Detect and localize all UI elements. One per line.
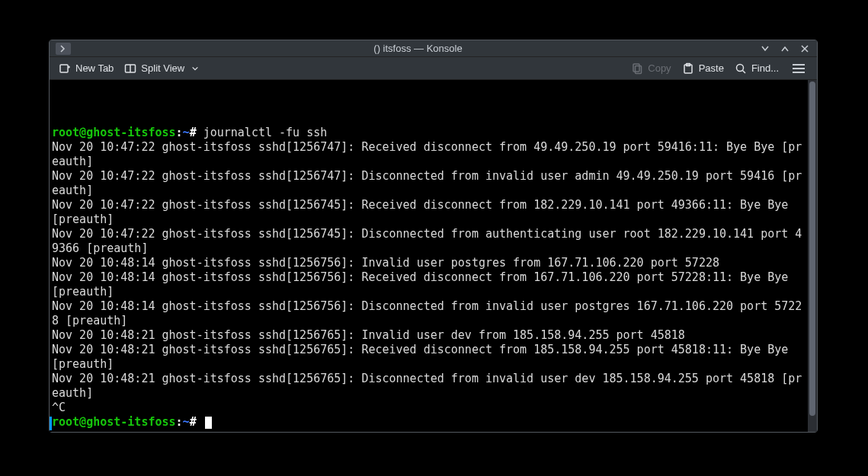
- app-menu-icon[interactable]: [56, 43, 71, 55]
- scrollbar[interactable]: [808, 80, 817, 432]
- hamburger-menu-button[interactable]: [790, 61, 808, 76]
- minimize-button[interactable]: [759, 43, 771, 55]
- terminal-output-line: Nov 20 10:48:21 ghost-itsfoss sshd[12567…: [52, 328, 806, 343]
- terminal-line: root@ghost-itsfoss:~#: [52, 415, 806, 430]
- titlebar[interactable]: () itsfoss — Konsole: [50, 40, 817, 57]
- prompt-path: ~: [183, 126, 190, 139]
- split-view-label: Split View: [141, 62, 184, 74]
- prompt-separator: :: [176, 126, 183, 139]
- terminal-output-line: Nov 20 10:47:22 ghost-itsfoss sshd[12567…: [52, 198, 806, 227]
- chevron-down-icon: [189, 62, 201, 75]
- find-label: Find...: [751, 62, 779, 74]
- split-view-icon: [124, 62, 136, 75]
- terminal-output-line: Nov 20 10:47:22 ghost-itsfoss sshd[12567…: [52, 227, 806, 256]
- paste-button[interactable]: Paste: [682, 62, 724, 75]
- copy-button[interactable]: Copy: [631, 62, 671, 75]
- paste-icon: [682, 62, 694, 75]
- prompt-user-host: root@ghost-itsfoss: [52, 126, 176, 139]
- svg-point-7: [736, 64, 743, 71]
- new-tab-icon: [59, 62, 71, 75]
- svg-line-8: [742, 70, 745, 73]
- svg-rect-0: [60, 65, 68, 72]
- window-controls: [759, 43, 811, 55]
- close-button[interactable]: [799, 43, 811, 55]
- konsole-window: () itsfoss — Konsole New Tab Split View: [49, 40, 818, 433]
- terminal-output-line: Nov 20 10:47:22 ghost-itsfoss sshd[12567…: [52, 140, 806, 169]
- terminal-output-line: Nov 20 10:48:14 ghost-itsfoss sshd[12567…: [52, 270, 806, 299]
- cursor: [205, 417, 212, 429]
- svg-rect-3: [633, 64, 639, 72]
- terminal[interactable]: root@ghost-itsfoss:~# journalctl -fu ssh…: [50, 80, 808, 432]
- split-view-button[interactable]: Split View: [124, 62, 201, 75]
- prompt-path: ~: [183, 415, 190, 429]
- terminal-output-line: Nov 20 10:48:21 ghost-itsfoss sshd[12567…: [52, 343, 806, 372]
- toolbar: New Tab Split View Copy Paste: [50, 57, 817, 80]
- copy-icon: [631, 62, 643, 75]
- paste-label: Paste: [699, 62, 724, 74]
- terminal-output-line: Nov 20 10:47:22 ghost-itsfoss sshd[12567…: [52, 169, 806, 198]
- copy-label: Copy: [648, 62, 671, 74]
- maximize-button[interactable]: [779, 43, 791, 55]
- terminal-line: root@ghost-itsfoss:~# journalctl -fu ssh: [52, 126, 806, 140]
- prompt-separator: :: [176, 415, 183, 429]
- scrollbar-thumb[interactable]: [809, 81, 815, 416]
- session-marker: [50, 417, 52, 430]
- search-icon: [735, 62, 747, 75]
- prompt-sigil: #: [190, 415, 203, 429]
- new-tab-button[interactable]: New Tab: [59, 62, 114, 75]
- window-title: () itsfoss — Konsole: [77, 43, 759, 54]
- prompt-sigil: #: [190, 126, 203, 139]
- terminal-output-line: Nov 20 10:48:14 ghost-itsfoss sshd[12567…: [52, 256, 806, 270]
- new-tab-label: New Tab: [75, 62, 114, 74]
- terminal-output-line: Nov 20 10:48:21 ghost-itsfoss sshd[12567…: [52, 372, 806, 401]
- entered-command: journalctl -fu ssh: [203, 126, 328, 139]
- svg-rect-4: [636, 65, 642, 73]
- content-area: root@ghost-itsfoss:~# journalctl -fu ssh…: [50, 80, 817, 432]
- terminal-output-line: Nov 20 10:48:14 ghost-itsfoss sshd[12567…: [52, 299, 806, 328]
- prompt-user-host: root@ghost-itsfoss: [52, 415, 176, 429]
- find-button[interactable]: Find...: [735, 62, 779, 75]
- terminal-output-line: ^C: [52, 401, 806, 415]
